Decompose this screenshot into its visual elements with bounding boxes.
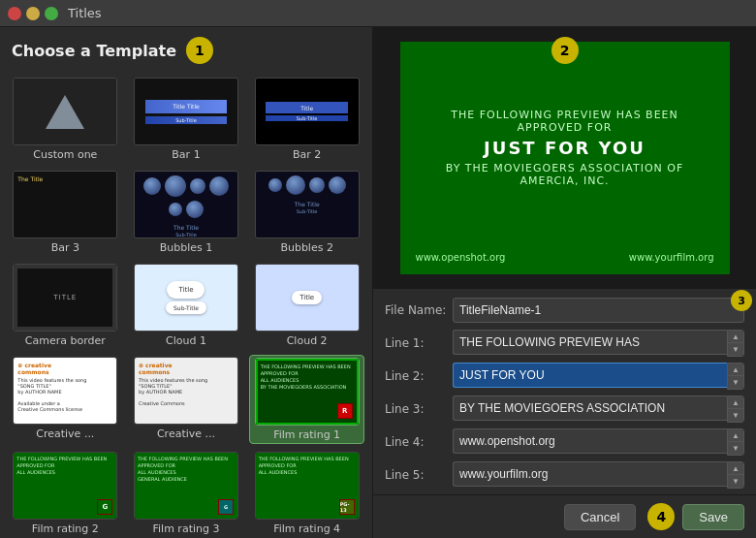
line3-scroll-down[interactable]: ▼ — [728, 409, 743, 422]
preview-line2: JUST FOR YOU — [484, 138, 646, 158]
line1-row: Line 1: ▲ ▼ — [385, 330, 744, 357]
preview-area: 2 THE FOLLOWING PREVIEW HAS BEEN APPROVE… — [373, 27, 756, 289]
template-label-bar2: Bar 2 — [293, 148, 321, 161]
template-item-cloud2[interactable]: Title Cloud 2 — [249, 262, 364, 349]
line1-label: Line 1: — [385, 336, 453, 350]
custom-one-triangle — [46, 95, 84, 129]
line1-scroll-up[interactable]: ▲ — [728, 331, 743, 343]
line5-row: Line 5: ▲ ▼ — [385, 461, 744, 489]
template-item-cloud1[interactable]: Title Sub-Title Cloud 1 — [129, 262, 244, 349]
line2-row: Line 2: ▲ ▼ — [385, 363, 744, 390]
template-item-custom-one[interactable]: Custom one — [8, 76, 123, 163]
line2-input[interactable] — [453, 363, 727, 388]
left-panel: Choose a Template 1 Custom one — [0, 27, 373, 538]
preview-footer: www.openshot.org www.yourfilm.org — [400, 252, 730, 263]
template-thumb-custom-one — [13, 78, 117, 145]
minimize-button[interactable] — [26, 7, 40, 20]
line2-input-wrap: ▲ ▼ — [453, 363, 744, 390]
template-label-film-rating2: Film rating 2 — [32, 522, 99, 535]
save-button[interactable]: Save — [682, 504, 744, 530]
line1-scroll-down[interactable]: ▼ — [728, 343, 743, 356]
preview-footer-left: www.openshot.org — [416, 252, 506, 263]
line2-label: Line 2: — [385, 369, 453, 383]
template-grid-container[interactable]: Custom one Title Title Sub-Title Bar 1 — [0, 72, 372, 538]
template-item-film-rating3[interactable]: THE FOLLOWING PREVIEW HAS BEEN APPROVED … — [129, 450, 244, 537]
step-badge-1: 1 — [186, 37, 213, 64]
line4-label: Line 4: — [385, 435, 453, 449]
template-item-film-rating2[interactable]: THE FOLLOWING PREVIEW HAS BEEN APPROVED … — [8, 450, 123, 537]
template-thumb-bar1: Title Title Sub-Title — [134, 78, 238, 145]
template-label-creative1: Creative ... — [36, 427, 94, 440]
line5-scroll-up[interactable]: ▲ — [728, 462, 743, 475]
template-label-film-rating4: Film rating 4 — [273, 522, 340, 535]
template-item-camera-border[interactable]: TITLE Camera border — [8, 262, 123, 349]
line5-scroll-btns: ▲ ▼ — [727, 461, 744, 489]
window-title: Titles — [68, 6, 102, 20]
panel-header: Choose a Template 1 — [0, 27, 372, 72]
close-button[interactable] — [8, 7, 21, 20]
template-thumb-creative1: ⊕ creativecommons This video features th… — [13, 357, 117, 425]
template-label-cloud1: Cloud 1 — [166, 334, 206, 347]
template-label-film-rating1: Film rating 1 — [273, 428, 340, 441]
line1-input[interactable] — [453, 330, 727, 355]
window-controls[interactable] — [8, 7, 58, 20]
line5-label: Line 5: — [385, 468, 453, 482]
cancel-button[interactable]: Cancel — [564, 504, 636, 530]
template-item-creative1[interactable]: ⊕ creativecommons This video features th… — [8, 355, 123, 444]
line5-scroll-down[interactable]: ▼ — [728, 475, 743, 488]
preview-footer-right: www.yourfilm.org — [629, 252, 714, 263]
template-item-bubbles1[interactable]: The TitleSub-Title Bubbles 1 — [129, 169, 244, 256]
template-grid: Custom one Title Title Sub-Title Bar 1 — [8, 76, 364, 537]
template-item-creative2[interactable]: ⊕ creativecommons This video features th… — [129, 355, 244, 444]
line4-input[interactable] — [453, 428, 727, 454]
line3-scroll-up[interactable]: ▲ — [728, 396, 743, 409]
line2-scroll-down[interactable]: ▼ — [728, 376, 743, 389]
right-panel: 2 THE FOLLOWING PREVIEW HAS BEEN APPROVE… — [373, 27, 756, 538]
file-name-label: File Name: — [385, 303, 453, 317]
template-thumb-bubbles2: The TitleSub-Title — [255, 171, 360, 238]
template-label-cloud2: Cloud 2 — [287, 334, 328, 347]
title-bar: Titles — [0, 0, 756, 27]
line2-scroll-up[interactable]: ▲ — [728, 364, 743, 376]
maximize-button[interactable] — [45, 7, 58, 20]
line4-scroll-btns: ▲ ▼ — [727, 428, 744, 456]
preview-line3: BY THE MOVIEGOERS ASSOCIATION OF AMERCIA… — [420, 162, 710, 187]
line3-row: Line 3: ▲ ▼ — [385, 396, 744, 423]
line4-input-wrap: ▲ ▼ — [453, 428, 744, 456]
template-thumb-bubbles1: The TitleSub-Title — [134, 171, 238, 238]
template-item-bar3[interactable]: The Title Bar 3 — [8, 169, 123, 256]
template-label-film-rating3: Film rating 3 — [153, 522, 220, 535]
line5-input[interactable] — [453, 461, 727, 487]
template-thumb-film-rating3: THE FOLLOWING PREVIEW HAS BEEN APPROVED … — [134, 452, 238, 520]
panel-title: Choose a Template — [12, 42, 176, 60]
line3-input-wrap: ▲ ▼ — [453, 396, 744, 423]
template-item-film-rating4[interactable]: THE FOLLOWING PREVIEW HAS BEEN APPROVED … — [249, 450, 364, 537]
step-badge-2: 2 — [551, 37, 579, 64]
template-item-bar2[interactable]: Title Sub-Title Bar 2 — [249, 76, 364, 163]
file-name-input[interactable] — [453, 298, 744, 323]
template-item-bubbles2[interactable]: The TitleSub-Title Bubbles 2 — [249, 169, 364, 256]
step-badge-3: 3 — [731, 290, 752, 311]
template-item-bar1[interactable]: Title Title Sub-Title Bar 1 — [129, 76, 244, 163]
template-item-film-rating1[interactable]: THE FOLLOWING PREVIEW HAS BEEN APPROVED … — [249, 355, 364, 444]
line3-label: Line 3: — [385, 402, 453, 416]
step-badge-4: 4 — [647, 503, 675, 530]
line1-input-wrap: ▲ ▼ — [453, 330, 744, 357]
line4-scroll-down[interactable]: ▼ — [728, 442, 743, 455]
template-thumb-camera-border: TITLE — [13, 264, 117, 332]
properties-panel: File Name: 3 Line 1: ▲ ▼ L — [373, 289, 756, 494]
bottom-bar: Cancel 4 Save — [373, 494, 756, 538]
file-name-row: File Name: 3 — [385, 297, 744, 324]
line3-input[interactable] — [453, 396, 727, 421]
template-thumb-cloud2: Title — [255, 264, 360, 332]
template-thumb-bar3: The Title — [13, 171, 117, 238]
template-label-bar1: Bar 1 — [172, 148, 200, 161]
line3-scroll-btns: ▲ ▼ — [727, 396, 744, 423]
line5-input-wrap: ▲ ▼ — [453, 461, 744, 489]
template-label-bar3: Bar 3 — [51, 241, 79, 254]
main-layout: Choose a Template 1 Custom one — [0, 27, 756, 538]
template-thumb-film-rating2: THE FOLLOWING PREVIEW HAS BEEN APPROVED … — [13, 452, 117, 520]
template-label-bubbles2: Bubbles 2 — [280, 241, 333, 254]
template-label-custom-one: Custom one — [33, 148, 97, 161]
line4-scroll-up[interactable]: ▲ — [728, 429, 743, 442]
